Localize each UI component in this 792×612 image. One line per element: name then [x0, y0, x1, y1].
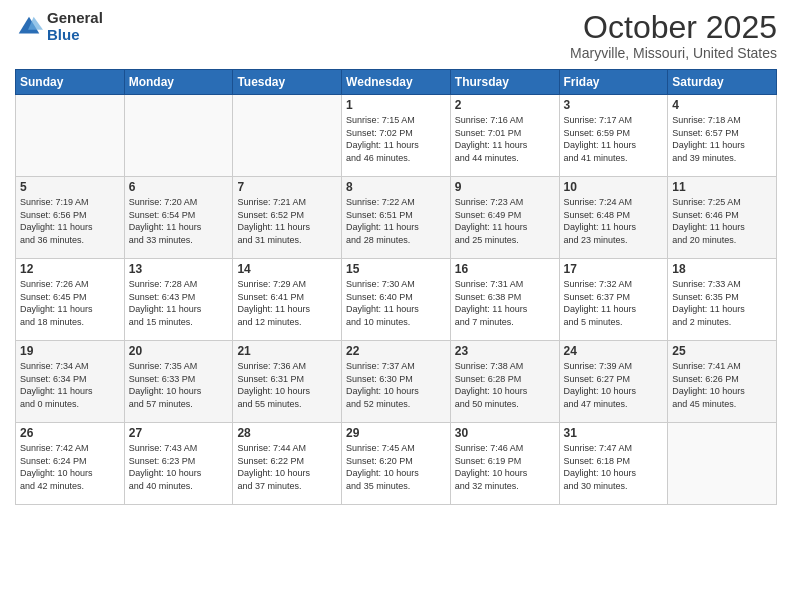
day-info: Sunrise: 7:24 AM Sunset: 6:48 PM Dayligh… [564, 196, 664, 246]
day-info: Sunrise: 7:22 AM Sunset: 6:51 PM Dayligh… [346, 196, 446, 246]
day-number: 12 [20, 262, 120, 276]
logo-text: General Blue [47, 10, 103, 43]
day-number: 19 [20, 344, 120, 358]
day-info: Sunrise: 7:17 AM Sunset: 6:59 PM Dayligh… [564, 114, 664, 164]
day-info: Sunrise: 7:20 AM Sunset: 6:54 PM Dayligh… [129, 196, 229, 246]
day-info: Sunrise: 7:23 AM Sunset: 6:49 PM Dayligh… [455, 196, 555, 246]
calendar-cell: 24Sunrise: 7:39 AM Sunset: 6:27 PM Dayli… [559, 341, 668, 423]
calendar-cell: 6Sunrise: 7:20 AM Sunset: 6:54 PM Daylig… [124, 177, 233, 259]
calendar-cell: 14Sunrise: 7:29 AM Sunset: 6:41 PM Dayli… [233, 259, 342, 341]
day-info: Sunrise: 7:34 AM Sunset: 6:34 PM Dayligh… [20, 360, 120, 410]
logo-icon [15, 13, 43, 41]
calendar-cell: 12Sunrise: 7:26 AM Sunset: 6:45 PM Dayli… [16, 259, 125, 341]
day-number: 15 [346, 262, 446, 276]
day-number: 9 [455, 180, 555, 194]
day-info: Sunrise: 7:26 AM Sunset: 6:45 PM Dayligh… [20, 278, 120, 328]
day-info: Sunrise: 7:29 AM Sunset: 6:41 PM Dayligh… [237, 278, 337, 328]
logo-general: General [47, 10, 103, 27]
day-info: Sunrise: 7:15 AM Sunset: 7:02 PM Dayligh… [346, 114, 446, 164]
day-info: Sunrise: 7:30 AM Sunset: 6:40 PM Dayligh… [346, 278, 446, 328]
day-info: Sunrise: 7:44 AM Sunset: 6:22 PM Dayligh… [237, 442, 337, 492]
day-number: 3 [564, 98, 664, 112]
day-info: Sunrise: 7:37 AM Sunset: 6:30 PM Dayligh… [346, 360, 446, 410]
logo: General Blue [15, 10, 103, 43]
calendar-cell: 17Sunrise: 7:32 AM Sunset: 6:37 PM Dayli… [559, 259, 668, 341]
day-number: 22 [346, 344, 446, 358]
col-thursday: Thursday [450, 70, 559, 95]
day-number: 29 [346, 426, 446, 440]
calendar-cell: 31Sunrise: 7:47 AM Sunset: 6:18 PM Dayli… [559, 423, 668, 505]
day-number: 2 [455, 98, 555, 112]
day-number: 6 [129, 180, 229, 194]
calendar-cell: 11Sunrise: 7:25 AM Sunset: 6:46 PM Dayli… [668, 177, 777, 259]
day-info: Sunrise: 7:19 AM Sunset: 6:56 PM Dayligh… [20, 196, 120, 246]
day-number: 7 [237, 180, 337, 194]
calendar-cell: 7Sunrise: 7:21 AM Sunset: 6:52 PM Daylig… [233, 177, 342, 259]
calendar-cell: 9Sunrise: 7:23 AM Sunset: 6:49 PM Daylig… [450, 177, 559, 259]
calendar-cell [233, 95, 342, 177]
calendar-cell: 22Sunrise: 7:37 AM Sunset: 6:30 PM Dayli… [342, 341, 451, 423]
day-number: 27 [129, 426, 229, 440]
day-info: Sunrise: 7:16 AM Sunset: 7:01 PM Dayligh… [455, 114, 555, 164]
day-info: Sunrise: 7:31 AM Sunset: 6:38 PM Dayligh… [455, 278, 555, 328]
calendar-cell: 29Sunrise: 7:45 AM Sunset: 6:20 PM Dayli… [342, 423, 451, 505]
calendar-cell: 21Sunrise: 7:36 AM Sunset: 6:31 PM Dayli… [233, 341, 342, 423]
day-info: Sunrise: 7:43 AM Sunset: 6:23 PM Dayligh… [129, 442, 229, 492]
day-info: Sunrise: 7:28 AM Sunset: 6:43 PM Dayligh… [129, 278, 229, 328]
calendar-cell: 23Sunrise: 7:38 AM Sunset: 6:28 PM Dayli… [450, 341, 559, 423]
calendar-cell: 25Sunrise: 7:41 AM Sunset: 6:26 PM Dayli… [668, 341, 777, 423]
calendar-cell: 13Sunrise: 7:28 AM Sunset: 6:43 PM Dayli… [124, 259, 233, 341]
calendar-cell: 2Sunrise: 7:16 AM Sunset: 7:01 PM Daylig… [450, 95, 559, 177]
title-section: October 2025 Maryville, Missouri, United… [570, 10, 777, 61]
calendar-cell: 28Sunrise: 7:44 AM Sunset: 6:22 PM Dayli… [233, 423, 342, 505]
day-number: 26 [20, 426, 120, 440]
day-number: 24 [564, 344, 664, 358]
calendar-cell: 20Sunrise: 7:35 AM Sunset: 6:33 PM Dayli… [124, 341, 233, 423]
day-number: 8 [346, 180, 446, 194]
calendar-table: Sunday Monday Tuesday Wednesday Thursday… [15, 69, 777, 505]
calendar-cell [124, 95, 233, 177]
col-saturday: Saturday [668, 70, 777, 95]
day-number: 21 [237, 344, 337, 358]
calendar-cell: 8Sunrise: 7:22 AM Sunset: 6:51 PM Daylig… [342, 177, 451, 259]
day-number: 17 [564, 262, 664, 276]
week-row-1: 5Sunrise: 7:19 AM Sunset: 6:56 PM Daylig… [16, 177, 777, 259]
month-title: October 2025 [570, 10, 777, 45]
day-number: 1 [346, 98, 446, 112]
calendar-cell: 27Sunrise: 7:43 AM Sunset: 6:23 PM Dayli… [124, 423, 233, 505]
header: General Blue October 2025 Maryville, Mis… [15, 10, 777, 61]
day-number: 14 [237, 262, 337, 276]
day-number: 23 [455, 344, 555, 358]
calendar-cell: 19Sunrise: 7:34 AM Sunset: 6:34 PM Dayli… [16, 341, 125, 423]
col-monday: Monday [124, 70, 233, 95]
header-row: Sunday Monday Tuesday Wednesday Thursday… [16, 70, 777, 95]
day-info: Sunrise: 7:33 AM Sunset: 6:35 PM Dayligh… [672, 278, 772, 328]
week-row-4: 26Sunrise: 7:42 AM Sunset: 6:24 PM Dayli… [16, 423, 777, 505]
day-number: 10 [564, 180, 664, 194]
day-number: 30 [455, 426, 555, 440]
day-number: 13 [129, 262, 229, 276]
col-tuesday: Tuesday [233, 70, 342, 95]
calendar-cell: 10Sunrise: 7:24 AM Sunset: 6:48 PM Dayli… [559, 177, 668, 259]
calendar-cell: 4Sunrise: 7:18 AM Sunset: 6:57 PM Daylig… [668, 95, 777, 177]
calendar-cell [668, 423, 777, 505]
day-number: 16 [455, 262, 555, 276]
logo-blue-text: Blue [47, 27, 103, 44]
day-info: Sunrise: 7:38 AM Sunset: 6:28 PM Dayligh… [455, 360, 555, 410]
calendar-cell [16, 95, 125, 177]
calendar-cell: 18Sunrise: 7:33 AM Sunset: 6:35 PM Dayli… [668, 259, 777, 341]
day-number: 31 [564, 426, 664, 440]
day-number: 18 [672, 262, 772, 276]
day-number: 5 [20, 180, 120, 194]
day-info: Sunrise: 7:35 AM Sunset: 6:33 PM Dayligh… [129, 360, 229, 410]
calendar-cell: 3Sunrise: 7:17 AM Sunset: 6:59 PM Daylig… [559, 95, 668, 177]
col-sunday: Sunday [16, 70, 125, 95]
day-number: 25 [672, 344, 772, 358]
day-info: Sunrise: 7:39 AM Sunset: 6:27 PM Dayligh… [564, 360, 664, 410]
week-row-0: 1Sunrise: 7:15 AM Sunset: 7:02 PM Daylig… [16, 95, 777, 177]
col-friday: Friday [559, 70, 668, 95]
day-info: Sunrise: 7:47 AM Sunset: 6:18 PM Dayligh… [564, 442, 664, 492]
week-row-2: 12Sunrise: 7:26 AM Sunset: 6:45 PM Dayli… [16, 259, 777, 341]
calendar-cell: 15Sunrise: 7:30 AM Sunset: 6:40 PM Dayli… [342, 259, 451, 341]
day-info: Sunrise: 7:41 AM Sunset: 6:26 PM Dayligh… [672, 360, 772, 410]
